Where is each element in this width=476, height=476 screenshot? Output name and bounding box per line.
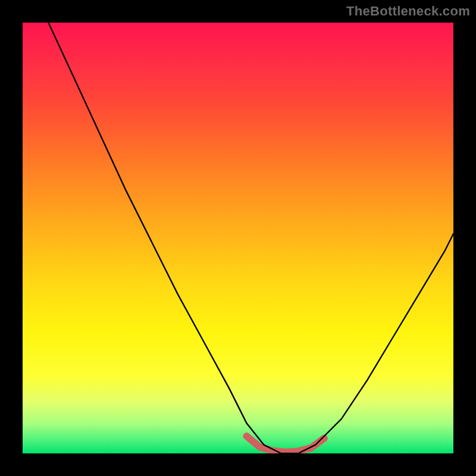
chart-frame: TheBottleneck.com xyxy=(0,0,476,476)
curve-layer xyxy=(23,23,453,453)
mismatch-curve xyxy=(48,23,453,453)
attribution-text: TheBottleneck.com xyxy=(346,4,470,19)
plot-area xyxy=(23,23,453,453)
